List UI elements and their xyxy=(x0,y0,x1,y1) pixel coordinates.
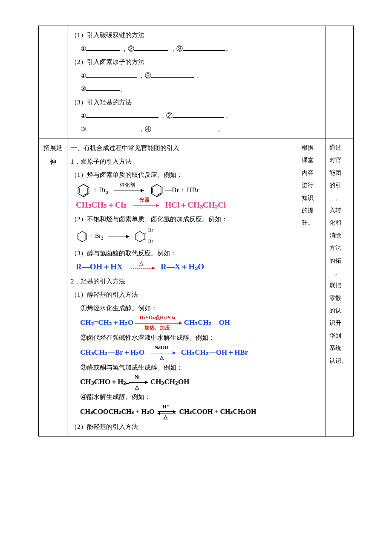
p22: （2）酚羟基的引入方法 xyxy=(71,420,294,434)
lbl-3: ，③ xyxy=(170,45,183,52)
blank xyxy=(86,84,120,91)
arrow-bot: 加热、加压 xyxy=(135,325,179,330)
eq1: + Br2 催化剂 —Br + HBr xyxy=(76,183,294,198)
end-dot: 。 xyxy=(120,85,127,92)
arrow-cond: △ xyxy=(131,260,152,266)
rhs: R—X＋H₂O xyxy=(161,262,204,271)
svg-line-13 xyxy=(144,239,147,241)
blank xyxy=(86,124,137,131)
arrow-icon: 光照 xyxy=(133,199,159,212)
page: （1）引入碳碳双键的方法 ① ，② ，③。 （2）引入卤素原子的方法 ① ，②，… xyxy=(0,0,392,454)
q3: （3）引入羟基的方法 xyxy=(71,96,294,110)
blank xyxy=(151,71,194,78)
plus: + Br xyxy=(90,233,101,239)
row2-head-text: 拓展延伸 xyxy=(42,142,63,168)
arrow-bot: △ xyxy=(129,384,145,390)
blank xyxy=(86,44,120,51)
main-table: （1）引入碳碳双键的方法 ① ，② ，③。 （2）引入卤素原子的方法 ① ，②，… xyxy=(38,26,354,436)
row1-col4 xyxy=(326,26,354,139)
arrow-icon: △ xyxy=(131,261,155,274)
benzene-icon xyxy=(149,183,164,198)
q3-blanks-line1: ① ，②， xyxy=(71,109,294,123)
lhs: CH₃CH₃＋Cl₂ xyxy=(76,200,127,209)
blank xyxy=(86,71,137,78)
rhs: Br + HBr xyxy=(172,185,199,194)
blank xyxy=(173,111,224,118)
blank xyxy=(134,44,168,51)
blank xyxy=(151,124,217,131)
lhs: CH₃CHO＋H₂ xyxy=(80,378,126,386)
row2-content: 一、有机合成过程中常见官能团的引入 1．卤原子的引入方法 （1）烃与卤素单质的取… xyxy=(67,139,298,436)
sub: 2 xyxy=(106,190,109,195)
eq3: + Br2 Br Br xyxy=(76,227,294,246)
lbl-2: ，② xyxy=(138,72,151,79)
row1-content: （1）引入碳碳双键的方法 ① ，② ，③。 （2）引入卤素原子的方法 ① ，②，… xyxy=(67,26,298,139)
comma: ， xyxy=(194,72,200,79)
p21b: ②卤代烃在强碱性水溶液中水解生成醇。例如： xyxy=(71,331,294,345)
s1: 1．卤原子的引入方法 xyxy=(71,155,294,169)
q2: （2）引入卤素原子的方法 xyxy=(71,55,294,69)
row2-head: 拓展延伸 xyxy=(39,139,67,436)
arrow-top: NaOH xyxy=(150,345,173,350)
comma: ， xyxy=(224,112,230,119)
rhs: CH₃CH₂OH xyxy=(150,378,189,386)
rhs: HCl＋CH₃CH₂Cl xyxy=(165,200,226,209)
lbl-2: ，② xyxy=(121,45,134,52)
q2-blanks-line1: ① ，②， xyxy=(71,69,294,83)
p11: （1）烃与卤素单质的取代反应。例如： xyxy=(71,168,294,182)
arrow-icon: H₂SO₄或H₃PO₄ 加热、加压 xyxy=(135,317,182,330)
sub: 2 xyxy=(101,235,104,240)
lbl-1: ① xyxy=(81,72,86,79)
p21a: ①烯烃水化生成醇。例如： xyxy=(71,302,294,315)
arrow-icon: – Ni △ xyxy=(129,376,148,389)
svg-line-1 xyxy=(84,184,89,187)
eq7: CH₃CHO＋H₂ – Ni △ CH₃CH₂OH xyxy=(80,376,294,389)
eq4: R—OH＋HX △ R—X＋H₂O xyxy=(76,261,294,274)
arrow-cond: 催化剂 xyxy=(114,182,141,188)
arrow-top: H⁺ xyxy=(158,404,173,409)
lhs: CH₃CH₂—Br＋H₂O xyxy=(80,348,144,356)
arrow-icon xyxy=(108,230,129,243)
arrow-icon: NaOH △ xyxy=(150,347,176,359)
lhs: CH₃COOCH₂CH₃ + H₂O xyxy=(80,408,154,415)
row2-col4: 通过 对官 能团 的引 入、转 化和 消除 方法 的拓 展,把 零散 的认 识升… xyxy=(326,139,354,436)
s2: 2．羟基的引入方法 xyxy=(71,275,294,289)
arrow-bot: △ xyxy=(150,355,173,360)
rhs: CH₃CH₂—OH＋HBr xyxy=(181,348,248,356)
q3-blanks-line2: ③ ，④。 xyxy=(71,123,294,136)
blank xyxy=(86,111,159,118)
p21d: ④酯水解生成醇。例如： xyxy=(71,390,294,404)
reversible-arrow-icon: H⁺ △ xyxy=(158,406,176,419)
eq8: CH₃COOCH₂CH₃ + H₂O H⁺ △ CH₃COOH + CH₃CH₂… xyxy=(80,406,294,419)
lhs: R—OH＋HX xyxy=(76,262,123,271)
svg-marker-5 xyxy=(151,184,162,197)
arrow-top: H₂SO₄或H₃PO₄ xyxy=(135,315,179,320)
q1: （1）引入碳碳双键的方法 xyxy=(71,29,294,42)
lhs: CH₂=CH₂＋H₂O xyxy=(80,318,133,327)
plus: + Br xyxy=(93,185,106,194)
end-dot: 。 xyxy=(225,45,232,52)
end-dot: 。 xyxy=(217,126,224,133)
rhs: CH₃CH₂—OH xyxy=(184,318,230,327)
q2-blanks-line2: ③。 xyxy=(71,82,294,96)
row1-head xyxy=(39,26,67,139)
cyclohexene-icon xyxy=(76,230,89,243)
p13: （3）醇与氢卤酸的取代反应。例如： xyxy=(71,247,294,260)
arrow-top: Ni xyxy=(129,374,145,379)
benzene-icon xyxy=(76,183,91,198)
svg-marker-11 xyxy=(135,231,144,242)
lbl-1: ① xyxy=(81,112,86,119)
arrow-bot: △ xyxy=(158,414,173,419)
eq6: CH₃CH₂—Br＋H₂O NaOH △ CH₃CH₂—OH＋HBr xyxy=(80,347,294,359)
h1: 一、有机合成过程中常见官能团的引入 xyxy=(71,142,294,155)
p21: （1）醇羟基的引入方法 xyxy=(71,288,294,302)
p12: （2）不饱和烃与卤素单质、卤化氢的加成反应。例如： xyxy=(71,213,294,226)
lbl-1: ① xyxy=(81,45,86,52)
svg-marker-9 xyxy=(78,231,87,242)
eq2: CH₃CH₃＋Cl₂ 光照 HCl＋CH₃CH₂Cl xyxy=(76,199,294,212)
lbl-4: ，④ xyxy=(138,126,151,133)
blank xyxy=(183,44,225,51)
rhs: CH₃COOH + CH₃CH₂OH xyxy=(179,408,256,415)
arrow-icon: 催化剂 xyxy=(114,184,144,197)
lbl-2: ，② xyxy=(160,112,173,119)
